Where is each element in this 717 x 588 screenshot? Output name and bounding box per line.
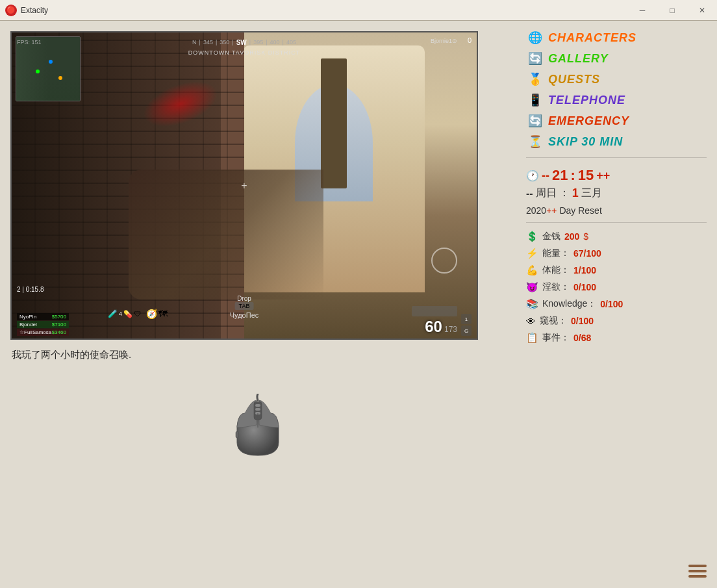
player-1-name: NyoPIn [19,314,36,320]
year-display: 2020 [526,205,546,216]
drop-label: Drop [235,295,254,302]
date-dash: -- [526,188,533,199]
slot-2: G [461,326,472,336]
player-list: NyoPIn $5700 Bjondel $7100 ☆FullSamosa $… [17,313,69,336]
broadview-value: 0/100 [571,316,594,326]
skip-icon: ⏳ [527,134,543,149]
stamina-value: 1/100 [573,265,596,275]
characters-label: CHARACTERS [548,31,636,45]
medkit-icon: 💊 [123,310,132,318]
tree [321,58,347,188]
skip30min-label: SKIP 30 MIN [548,135,623,149]
telephone-label: TELEPHONE [548,94,625,107]
energy-label: 能量： [542,248,570,259]
time-display: 🕐 -- 21 : 15 ++ [526,167,707,184]
nav-quests[interactable]: 🥇 QUESTS [526,70,707,88]
player-name-display: ЧудоПес [230,311,259,319]
date-colon: ： [559,186,570,200]
map-icon-bottom: 🗺 [158,309,168,319]
nav-telephone[interactable]: 📱 TELEPHONE [526,91,707,109]
broadview-label: 窥视： [540,315,567,327]
titlebar-left: 🔴 Extacity [0,5,48,16]
player-3-score: $3460 [52,329,66,335]
quests-icon: 🥇 [527,72,543,86]
titlebar-title: Extacity [21,6,48,15]
gallery-icon: 🔄 [527,51,543,66]
time-min: 15 [578,167,594,184]
month-label: 三月 [581,186,602,200]
broadview-icon: 👁 [526,316,536,327]
day-reset-label: Day Reset [559,205,601,216]
left-panel: FPS: 151 N | 345 | 350 | SW | 395 | 400 … [0,21,516,588]
knowledge-value: 0/100 [600,299,623,309]
compass-icon-bottom: 🧭 [146,309,157,319]
drop-area: Drop TAB [235,295,254,310]
crosshair: + [241,180,247,192]
characters-icon: 🌐 [527,31,543,45]
close-button[interactable]: ✕ [687,0,717,21]
lust-icon: 😈 [526,281,538,293]
knowledge-icon: 📚 [526,298,538,310]
maximize-button[interactable]: □ [657,0,687,21]
money-sym: $ [583,231,588,242]
main-content: FPS: 151 N | 345 | 350 | SW | 395 | 400 … [0,21,717,588]
lust-label: 淫欲： [542,281,570,293]
stamina-icon: 💪 [526,264,538,276]
money-value: 200 [564,231,579,242]
stat-money: 💲 金钱 200 $ [526,231,707,242]
stat-broadview: 👁 窥视： 0/100 [526,315,707,327]
hamburger-menu[interactable] [688,565,707,578]
divider-1 [526,157,707,158]
stat-lust: 😈 淫欲： 0/100 [526,281,707,293]
emergency-label: EMERGENCY [548,114,629,128]
player-3-name: ☆FullSamosa [19,329,51,335]
minimap-dot-2 [49,60,53,64]
stamina-label: 体能： [542,264,570,276]
hamburger-line-3 [688,575,707,578]
game-screenshot: FPS: 151 N | 345 | 350 | SW | 395 | 400 … [10,31,478,340]
svg-rect-2 [255,408,260,411]
hamburger-line-2 [688,570,707,572]
player-2-score: $7100 [52,322,66,327]
time-colon: : [570,167,575,184]
money-icon: 💲 [526,231,538,242]
player-row-2: Bjondel $7100 [17,321,69,328]
date-display: -- 周日 ： 1 三月 [526,186,707,200]
player-2-name: Bjondel [19,322,37,327]
weapon-area: 60 173 1 G [412,306,472,336]
secondary-weapon-area: 1 G [461,314,472,336]
lust-value: 0/100 [573,282,596,292]
gallery-label: GALLERY [548,52,609,66]
app-icon: 🔴 [5,5,17,16]
health-area: 🧪 4 💊 🛡 🧭 🗺 [108,309,168,319]
slot-1: 1 [461,314,472,324]
stat-energy: ⚡ 能量： 67/100 [526,248,707,259]
health-icon: 🧪 [108,309,118,318]
minimize-button[interactable]: ─ [627,0,657,21]
player-row-1: NyoPIn $5700 [17,313,69,320]
year-plus: ++ [546,205,557,216]
hud-timer-small: 2 | 0:15.8 [17,286,44,293]
player-username: Bjornie1⊙ [431,38,457,44]
energy-icon: ⚡ [526,248,538,259]
fps-display: FPS: 151 [17,39,42,45]
weapon-overlay [129,170,323,300]
titlebar-controls: ─ □ ✕ [627,0,717,21]
time-suffix: ++ [596,169,610,183]
ammo-main-count: 60 [425,318,442,336]
ammo-reserve-count: 173 [444,325,457,334]
date-num: 1 [572,186,579,200]
mouse-image-container [10,394,505,465]
clock-icon: 🕐 [526,170,539,182]
circle-indicator [431,248,457,274]
round-score: 0 [468,36,472,44]
nav-skip30min[interactable]: ⏳ SKIP 30 MIN [526,133,707,151]
health-count: 4 [119,311,122,317]
minimap-dot-player [36,70,40,73]
minimap-dot-3 [58,76,62,80]
nav-emergency[interactable]: 🔄 EMERGENCY [526,112,707,130]
svg-rect-1 [255,404,260,407]
nav-gallery[interactable]: 🔄 GALLERY [526,49,707,68]
compass-n: N [192,39,197,45]
nav-characters[interactable]: 🌐 CHARACTERS [526,29,707,47]
